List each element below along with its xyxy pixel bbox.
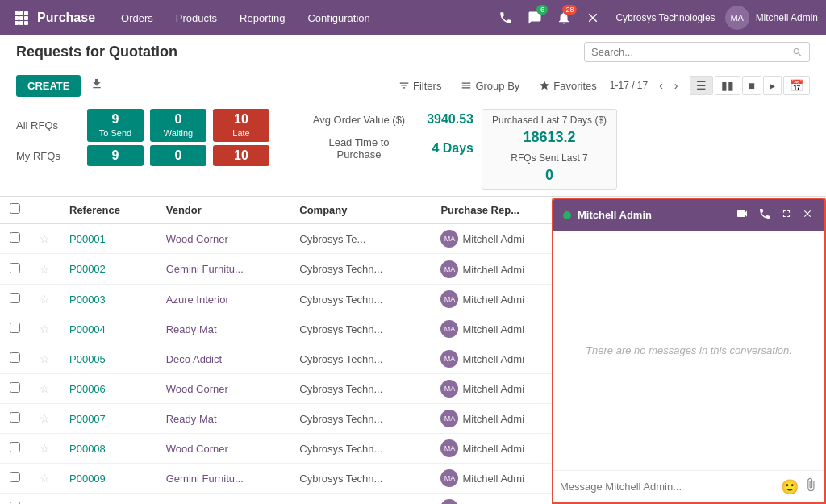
list-view-button[interactable]: ☰	[690, 76, 713, 95]
row-reference[interactable]: P00001	[60, 223, 156, 254]
row-checkbox-cell[interactable]	[0, 254, 30, 285]
next-page-button[interactable]: ›	[670, 77, 683, 94]
row-reference[interactable]: P00008	[60, 434, 156, 464]
avatar[interactable]: MA	[725, 6, 749, 30]
row-reference[interactable]: P00005	[60, 344, 156, 374]
star-icon[interactable]: ☆	[40, 323, 50, 335]
row-checkbox[interactable]	[10, 442, 20, 452]
star-icon[interactable]: ☆	[40, 382, 50, 395]
vendor-name[interactable]: Gemini Furnitu...	[166, 473, 244, 485]
row-checkbox-cell[interactable]	[0, 464, 30, 494]
vendor-name[interactable]: Wood Corner	[166, 383, 228, 395]
chat-video-button[interactable]	[734, 206, 750, 224]
vendor-name[interactable]: Ready Mat	[166, 323, 217, 335]
select-all-checkbox[interactable]	[10, 203, 20, 214]
row-star-cell[interactable]: ☆	[30, 374, 60, 404]
nav-products[interactable]: Products	[166, 7, 227, 29]
star-icon[interactable]: ☆	[40, 352, 50, 365]
row-reference[interactable]: P00006	[60, 374, 156, 404]
grid-menu-icon[interactable]	[8, 5, 34, 31]
row-star-cell[interactable]: ☆	[30, 314, 60, 344]
row-checkbox-cell[interactable]	[0, 285, 30, 314]
row-reference[interactable]: P00009	[60, 464, 156, 494]
export-button[interactable]	[87, 74, 106, 97]
row-checkbox-cell[interactable]	[0, 434, 30, 464]
reference-link[interactable]: P00002	[69, 263, 106, 275]
row-star-cell[interactable]: ☆	[30, 254, 60, 285]
prev-page-button[interactable]: ‹	[654, 77, 668, 94]
row-star-cell[interactable]: ☆	[30, 223, 60, 254]
row-star-cell[interactable]: ☆	[30, 404, 60, 434]
chat-expand-button[interactable]	[779, 206, 794, 224]
close-icon[interactable]	[580, 5, 606, 31]
search-input[interactable]	[591, 46, 792, 58]
row-checkbox-cell[interactable]	[0, 374, 30, 404]
reference-link[interactable]: P00004	[69, 323, 106, 335]
all-rfqs-waiting[interactable]: 0 Waiting	[150, 109, 206, 142]
col-vendor[interactable]: Vendor	[156, 197, 290, 223]
reference-link[interactable]: P00009	[69, 473, 106, 485]
col-company[interactable]: Company	[290, 197, 431, 223]
row-checkbox-cell[interactable]	[0, 344, 30, 374]
vendor-name[interactable]: Ready Mat	[166, 413, 217, 425]
row-checkbox[interactable]	[10, 412, 20, 423]
row-reference[interactable]: P00010	[60, 494, 156, 505]
row-checkbox-cell[interactable]	[0, 223, 30, 254]
attach-button[interactable]	[803, 477, 818, 496]
row-star-cell[interactable]: ☆	[30, 434, 60, 464]
nav-orders[interactable]: Orders	[111, 7, 163, 29]
row-checkbox[interactable]	[10, 352, 20, 363]
favorites-button[interactable]: Favorites	[532, 77, 603, 95]
graph-view-button[interactable]: ▸	[763, 76, 782, 95]
all-rfqs-late[interactable]: 10 Late	[213, 109, 269, 142]
vendor-name[interactable]: Azure Interior	[166, 294, 229, 306]
reference-link[interactable]: P00007	[69, 413, 106, 425]
reference-link[interactable]: P00001	[69, 233, 106, 245]
emoji-button[interactable]: 🙂	[781, 478, 799, 496]
row-checkbox[interactable]	[10, 382, 20, 393]
phone-icon[interactable]	[493, 5, 519, 31]
star-icon[interactable]: ☆	[40, 232, 50, 245]
vendor-name[interactable]: Deco Addict	[166, 353, 222, 365]
my-rfqs-to-send[interactable]: 9	[87, 145, 144, 166]
row-reference[interactable]: P00007	[60, 404, 156, 434]
row-checkbox-cell[interactable]	[0, 404, 30, 434]
my-rfqs-late[interactable]: 10	[213, 145, 269, 166]
grid-view-button[interactable]: ■	[742, 76, 761, 95]
chat-icon[interactable]: 6	[522, 5, 548, 31]
row-reference[interactable]: P00004	[60, 314, 156, 344]
row-reference[interactable]: P00002	[60, 254, 156, 285]
row-checkbox[interactable]	[10, 293, 20, 303]
my-rfqs-waiting[interactable]: 0	[150, 145, 206, 166]
chat-message-input[interactable]	[560, 481, 776, 493]
vendor-name[interactable]: Wood Corner	[166, 443, 228, 455]
create-button[interactable]: CREATE	[16, 75, 81, 97]
filters-button[interactable]: Filters	[392, 77, 448, 95]
row-checkbox[interactable]	[10, 472, 20, 482]
all-rfqs-to-send[interactable]: 9 To Send	[87, 109, 144, 142]
star-icon[interactable]: ☆	[40, 442, 50, 455]
star-icon[interactable]: ☆	[40, 412, 50, 425]
reference-link[interactable]: P00003	[69, 294, 106, 306]
nav-reporting[interactable]: Reporting	[230, 7, 294, 29]
vendor-name[interactable]: Wood Corner	[166, 233, 228, 245]
row-star-cell[interactable]: ☆	[30, 285, 60, 314]
group-by-button[interactable]: Group By	[454, 77, 526, 95]
star-icon[interactable]: ☆	[40, 472, 50, 485]
star-icon[interactable]: ☆	[40, 293, 50, 306]
row-reference[interactable]: P00003	[60, 285, 156, 314]
chat-close-button[interactable]	[800, 206, 815, 224]
row-checkbox-cell[interactable]	[0, 494, 30, 505]
reference-link[interactable]: P00006	[69, 383, 106, 395]
row-checkbox[interactable]	[10, 323, 20, 333]
star-icon[interactable]: ☆	[40, 263, 50, 276]
notification-icon[interactable]: 28	[551, 5, 577, 31]
row-checkbox[interactable]	[10, 232, 20, 243]
row-star-cell[interactable]: ☆	[30, 344, 60, 374]
kanban-view-button[interactable]: ▮▮	[715, 76, 740, 95]
search-bar[interactable]	[584, 42, 810, 62]
row-star-cell[interactable]: ☆	[30, 494, 60, 505]
reference-link[interactable]: P00008	[69, 443, 106, 455]
chat-call-button[interactable]	[757, 206, 773, 224]
col-reference[interactable]: Reference	[60, 197, 156, 223]
